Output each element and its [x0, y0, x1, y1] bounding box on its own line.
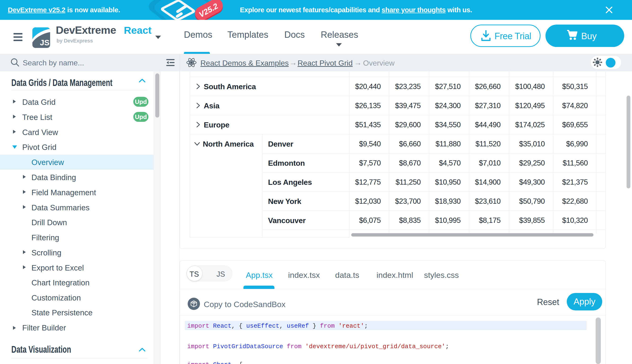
svg-text:JS: JS: [40, 38, 49, 47]
